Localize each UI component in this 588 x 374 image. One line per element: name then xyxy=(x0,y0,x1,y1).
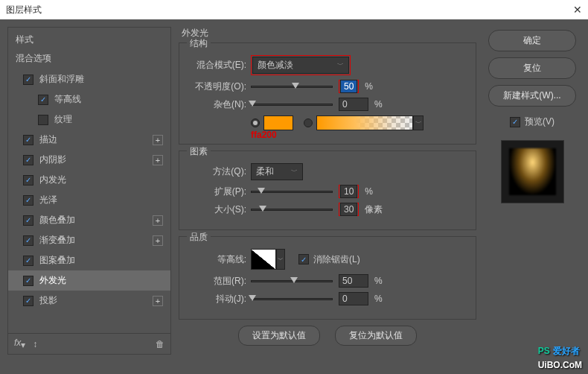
effect-row-5[interactable]: 内发光 xyxy=(8,170,170,190)
add-effect-icon[interactable]: + xyxy=(153,296,163,306)
range-unit: % xyxy=(374,276,383,286)
effect-checkbox[interactable] xyxy=(23,155,33,165)
effect-checkbox[interactable] xyxy=(38,115,48,125)
effect-checkbox[interactable] xyxy=(23,276,33,286)
styles-sidebar: 样式 混合选项 斜面和浮雕等高线纹理描边+内阴影+内发光光泽颜色叠加+渐变叠加+… xyxy=(7,27,171,355)
effect-label: 渐变叠加 xyxy=(39,234,75,247)
group-elements: 图素 方法(Q): 柔和﹀ 扩展(P): 10 % 大小(S): 30 xyxy=(179,150,476,230)
blend-mode-select[interactable]: 颜色减淡﹀ xyxy=(252,57,349,74)
highlight-box-spread: 10 xyxy=(339,185,359,198)
effect-row-3[interactable]: 描边+ xyxy=(8,130,170,150)
make-default-button[interactable]: 设置为默认值 xyxy=(238,326,320,346)
spread-input[interactable]: 10 xyxy=(340,185,357,198)
effect-label: 投影 xyxy=(39,294,57,307)
effect-label: 图案叠加 xyxy=(39,254,75,267)
effect-label: 等高线 xyxy=(54,93,81,106)
effect-checkbox[interactable] xyxy=(23,175,33,186)
effect-label: 颜色叠加 xyxy=(39,214,75,226)
ok-button[interactable]: 确定 xyxy=(488,30,576,51)
effect-checkbox[interactable] xyxy=(23,215,33,226)
chevron-down-icon: ﹀ xyxy=(337,60,344,70)
antialias-label: 消除锯齿(L) xyxy=(313,253,360,266)
arrows-icon[interactable]: ↕ xyxy=(33,339,37,349)
add-effect-icon[interactable]: + xyxy=(153,155,163,165)
noise-unit: % xyxy=(374,99,383,110)
effect-checkbox[interactable] xyxy=(23,135,33,145)
effect-checkbox[interactable] xyxy=(38,95,48,105)
effect-row-0[interactable]: 斜面和浮雕 xyxy=(8,69,170,89)
annotation-color: ffa200 xyxy=(251,130,277,140)
antialias-checkbox[interactable] xyxy=(298,254,309,264)
group-structure: 结构 混合模式(E): 颜色减淡﹀ 不透明度(O): 50 % 杂色(N): xyxy=(179,42,476,145)
effect-checkbox[interactable] xyxy=(23,195,33,206)
gradient-dropdown-icon[interactable]: ﹀ xyxy=(413,115,424,130)
noise-input[interactable]: 0 xyxy=(339,98,368,111)
effect-label: 内阴影 xyxy=(39,153,66,166)
effect-row-6[interactable]: 光泽 xyxy=(8,190,170,210)
chevron-down-icon: ﹀ xyxy=(291,167,298,177)
effect-row-4[interactable]: 内阴影+ xyxy=(8,150,170,170)
group-quality: 品质 等高线: ﹀ 消除锯齿(L) 范围(R): 50 % 抖动(J): 0 % xyxy=(179,236,476,320)
opacity-slider[interactable] xyxy=(251,81,333,92)
size-unit: 像素 xyxy=(365,203,383,216)
effect-label: 内发光 xyxy=(39,174,66,186)
range-label: 范围(R): xyxy=(188,275,246,288)
color-radio[interactable] xyxy=(251,118,260,127)
contour-picker[interactable] xyxy=(251,249,276,270)
jitter-slider[interactable] xyxy=(251,294,333,304)
effect-checkbox[interactable] xyxy=(23,256,33,266)
effect-row-2[interactable]: 纹理 xyxy=(8,110,170,130)
watermark: PS 爱好者 UiBO.CoM xyxy=(538,343,582,371)
effect-checkbox[interactable] xyxy=(23,75,33,85)
opacity-input[interactable]: 50 xyxy=(340,80,357,93)
size-input[interactable]: 30 xyxy=(340,203,357,216)
jitter-input[interactable]: 0 xyxy=(339,292,368,305)
preview-label: 预览(V) xyxy=(525,115,555,128)
contour-dropdown-icon[interactable]: ﹀ xyxy=(276,249,285,270)
titlebar: 图层样式 ✕ xyxy=(0,0,588,19)
effect-row-10[interactable]: 外发光 xyxy=(8,270,170,291)
opacity-unit: % xyxy=(365,81,373,92)
effect-label: 外发光 xyxy=(39,274,66,287)
effect-checkbox[interactable] xyxy=(23,235,33,246)
effect-row-1[interactable]: 等高线 xyxy=(8,89,170,110)
new-style-button[interactable]: 新建样式(W)... xyxy=(488,85,576,107)
sidebar-footer: fx▾ ↕ 🗑 xyxy=(8,333,170,354)
add-effect-icon[interactable]: + xyxy=(153,235,163,246)
noise-slider[interactable] xyxy=(251,99,333,110)
panel-title: 外发光 xyxy=(182,27,476,39)
sidebar-blending-options[interactable]: 混合选项 xyxy=(8,49,170,69)
close-icon[interactable]: ✕ xyxy=(573,4,582,16)
jitter-label: 抖动(J): xyxy=(188,293,246,305)
gradient-radio[interactable] xyxy=(304,118,313,127)
gradient-preview[interactable] xyxy=(316,115,413,130)
noise-label: 杂色(N): xyxy=(188,98,246,111)
technique-select[interactable]: 柔和﹀ xyxy=(251,163,303,180)
spread-slider[interactable] xyxy=(251,186,333,197)
trash-icon[interactable]: 🗑 xyxy=(156,339,164,349)
add-effect-icon[interactable]: + xyxy=(153,215,163,226)
range-slider[interactable] xyxy=(251,276,333,286)
effect-row-9[interactable]: 图案叠加 xyxy=(8,250,170,270)
effect-label: 描边 xyxy=(39,133,57,146)
effect-row-8[interactable]: 渐变叠加+ xyxy=(8,230,170,250)
color-swatch[interactable] xyxy=(263,115,293,130)
highlight-box-blendmode: 颜色减淡﹀ xyxy=(251,55,351,75)
contour-label: 等高线: xyxy=(188,253,246,266)
preview-checkbox[interactable] xyxy=(510,117,520,127)
window-title: 图层样式 xyxy=(6,4,42,16)
range-input[interactable]: 50 xyxy=(339,274,368,288)
effect-row-7[interactable]: 颜色叠加+ xyxy=(8,210,170,230)
size-slider[interactable] xyxy=(251,204,333,215)
fx-icon[interactable]: fx▾ xyxy=(14,337,25,350)
spread-label: 扩展(P): xyxy=(188,186,246,198)
add-effect-icon[interactable]: + xyxy=(153,135,163,145)
effect-row-11[interactable]: 投影+ xyxy=(8,291,170,311)
reset-default-button[interactable]: 复位为默认值 xyxy=(335,326,417,346)
effect-label: 光泽 xyxy=(39,194,57,206)
effect-checkbox[interactable] xyxy=(23,296,33,306)
sidebar-header-style[interactable]: 样式 xyxy=(8,28,170,49)
settings-panel: 外发光 结构 混合模式(E): 颜色减淡﹀ 不透明度(O): 50 % xyxy=(179,27,476,355)
reset-button[interactable]: 复位 xyxy=(488,57,576,79)
technique-label: 方法(Q): xyxy=(188,165,246,178)
